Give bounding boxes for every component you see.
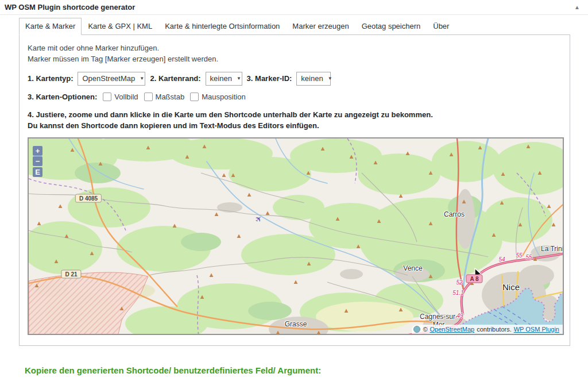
kartenrand-select[interactable]: keinen ▼ [206, 72, 242, 86]
shortcode-section: Kopiere den generierten Shortcode/ benut… [19, 365, 570, 385]
zoom-control: + − [33, 146, 42, 167]
map-type-row: 1. Kartentyp: OpenStreetMap ▼ 2. Kartenr… [28, 72, 562, 86]
openstreetmap-link[interactable]: OpenStreetMap [430, 326, 475, 333]
step4-line-2: Du kannst den Shortcode dann kopieren un… [28, 120, 562, 132]
tab-karte-gpx-kml[interactable]: Karte & GPX | KML [82, 18, 158, 35]
map-tiles [29, 138, 564, 335]
step4-instructions: 4. Justiere, zoome und dann klicke in di… [28, 109, 562, 132]
kartenrand-value: keinen [210, 74, 232, 83]
layer-switcher-button[interactable]: E [33, 167, 42, 177]
zoom-in-button[interactable]: + [33, 146, 42, 156]
kartentyp-label: 1. Kartentyp: [28, 74, 73, 83]
zoom-out-button[interactable]: − [33, 156, 42, 166]
tab-karte-marker[interactable]: Karte & Marker [19, 18, 82, 35]
vollbild-label: Vollbild [114, 93, 138, 101]
massstab-checkbox[interactable] [144, 93, 153, 101]
intro-text: Karte mit oder ohne Marker hinzufügen. M… [28, 43, 562, 65]
page-title: WP OSM Plugin shortcode generator [5, 3, 135, 11]
contributors-text: contributors. [477, 326, 512, 333]
checkbox-mausposition[interactable]: Mausposition [190, 93, 246, 101]
copyright-symbol: © [423, 326, 427, 333]
map-attribution: © OpenStreetMap contributors. WP OSM Plu… [412, 325, 563, 334]
checkbox-massstab[interactable]: Maßstab [144, 93, 185, 101]
collapse-toggle-icon[interactable]: ▲ [574, 4, 580, 10]
tab-marker-erzeugen[interactable]: Marker erzeugen [286, 18, 355, 35]
tab-ueber[interactable]: Über [427, 18, 455, 35]
intro-line-1: Karte mit oder ohne Marker hinzufügen. [28, 43, 562, 54]
tab-karte-ortsinformation[interactable]: Karte & hinterlegte Ortsinformation [158, 18, 286, 35]
tab-geotag-speichern[interactable]: Geotag speichern [355, 18, 427, 35]
chevron-down-icon: ▼ [237, 76, 241, 81]
kartentyp-value: OpenStreetMap [82, 74, 135, 83]
markerid-value: keinen [301, 74, 323, 83]
chevron-down-icon: ▼ [328, 76, 332, 81]
step4-line-1: 4. Justiere, zoome und dann klicke in di… [28, 109, 562, 121]
mausposition-checkbox[interactable] [190, 93, 199, 101]
checkbox-vollbild[interactable]: Vollbild [103, 93, 138, 101]
markerid-label: 3. Marker-ID: [247, 74, 292, 83]
markerid-select[interactable]: keinen ▼ [296, 72, 331, 86]
wp-osm-plugin-link[interactable]: WP OSM Plugin [514, 326, 559, 333]
tab-panel: Karte mit oder ohne Marker hinzufügen. M… [19, 34, 570, 346]
shortcode-heading: Kopiere den generierten Shortcode/ benut… [25, 365, 564, 375]
tab-bar: Karte & Marker Karte & GPX | KML Karte &… [19, 18, 570, 35]
intro-line-2: Marker müssen im Tag [Marker erzeugen] e… [28, 54, 562, 65]
layer-control: E [33, 167, 42, 178]
mausposition-label: Mausposition [202, 93, 246, 101]
kartentyp-select[interactable]: OpenStreetMap ▼ [78, 72, 145, 86]
attribution-logo-icon[interactable] [413, 326, 420, 333]
chevron-down-icon: ▼ [140, 76, 144, 81]
karten-optionen-label: 3. Karten-Optionen: [28, 93, 97, 101]
vollbild-checkbox[interactable] [103, 93, 111, 101]
kartenrand-label: 2. Kartenrand: [150, 74, 200, 83]
map-options-row: 3. Karten-Optionen: Vollbild Maßstab Mau… [28, 93, 562, 101]
massstab-label: Maßstab [156, 93, 185, 101]
map-canvas[interactable]: ✈ Carros Vence Grasse Cagnes-sur- Mer Ni… [28, 137, 564, 335]
metabox-titlebar: WP OSM Plugin shortcode generator ▲ [0, 0, 588, 15]
